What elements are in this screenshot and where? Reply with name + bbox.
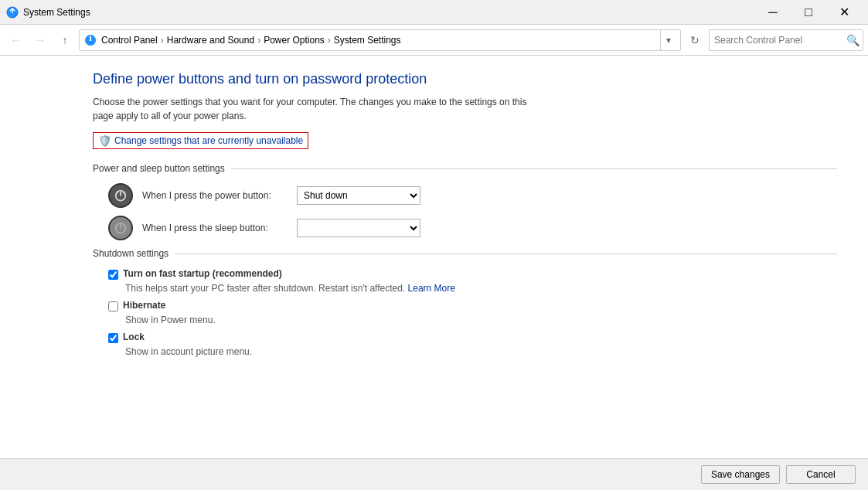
hibernate-checkbox[interactable] [108, 301, 118, 311]
fast-startup-desc: This helps start your PC faster after sh… [125, 283, 837, 294]
learn-more-link[interactable]: Learn More [408, 283, 455, 294]
title-bar: System Settings ─ □ ✕ [0, 0, 868, 25]
search-input[interactable] [709, 29, 863, 51]
power-button-row: When I press the power button: Shut down… [108, 183, 837, 208]
search-button[interactable]: 🔍 [843, 31, 862, 49]
refresh-button[interactable]: ↻ [684, 29, 706, 51]
breadcrumb-current: System Settings [334, 35, 401, 46]
window-controls: ─ □ ✕ [755, 0, 862, 25]
close-button[interactable]: ✕ [826, 0, 862, 25]
cancel-button[interactable]: Cancel [786, 465, 856, 484]
app-icon [6, 6, 19, 19]
shutdown-section: Shutdown settings Turn on fast startup (… [93, 248, 837, 357]
sleep-button-label: When I press the sleep button: [142, 223, 297, 233]
power-button-label: When I press the power button: [142, 190, 297, 201]
lock-row: Lock [108, 332, 837, 343]
power-button-select[interactable]: Shut down Do nothing Sleep Hibernate Tur… [297, 186, 420, 205]
shield-icon: 🛡️ [98, 134, 111, 147]
search-wrapper: 🔍 [709, 29, 863, 51]
save-changes-button[interactable]: Save changes [701, 465, 780, 484]
shutdown-divider-line [175, 254, 837, 254]
page-title: Define power buttons and turn on passwor… [93, 71, 837, 87]
back-button[interactable]: ← [5, 29, 26, 51]
breadcrumb: Control Panel › Hardware and Sound › Pow… [79, 29, 681, 51]
power-button-icon [108, 183, 133, 208]
breadcrumb-control-panel[interactable]: Control Panel [101, 35, 158, 46]
breadcrumb-power-options[interactable]: Power Options [264, 35, 325, 46]
sleep-button-select[interactable]: Do nothing Sleep Hibernate Shut down [297, 219, 420, 237]
main-content: Define power buttons and turn on passwor… [0, 56, 868, 458]
page-description: Choose the power settings that you want … [93, 95, 541, 123]
shutdown-section-header: Shutdown settings [93, 248, 837, 259]
hibernate-row: Hibernate [108, 300, 837, 311]
section-divider-line [231, 168, 837, 169]
lock-checkbox[interactable] [108, 333, 118, 343]
breadcrumb-dropdown[interactable]: ▾ [660, 30, 676, 50]
hibernate-label[interactable]: Hibernate [123, 300, 165, 311]
breadcrumb-hardware-sound[interactable]: Hardware and Sound [167, 35, 254, 46]
fast-startup-checkbox[interactable] [108, 270, 118, 280]
window-title: System Settings [23, 7, 755, 18]
fast-startup-label[interactable]: Turn on fast startup (recommended) [123, 268, 282, 279]
forward-button[interactable]: → [29, 29, 51, 51]
power-sleep-section-header: Power and sleep button settings [93, 163, 837, 174]
page-wrapper: Define power buttons and turn on passwor… [0, 56, 868, 490]
up-button[interactable]: ↑ [54, 29, 76, 51]
footer: Save changes Cancel [0, 458, 868, 490]
change-settings-text: Change settings that are currently unava… [114, 135, 303, 146]
folder-icon [84, 34, 97, 46]
maximize-button[interactable]: □ [791, 0, 826, 25]
fast-startup-row: Turn on fast startup (recommended) [108, 268, 837, 280]
lock-desc: Show in account picture menu. [125, 346, 837, 357]
sleep-button-row: When I press the sleep button: Do nothin… [108, 216, 837, 240]
sleep-button-icon [108, 216, 133, 240]
address-bar: ← → ↑ Control Panel › Hardware and Sound… [0, 25, 868, 56]
change-settings-link[interactable]: 🛡️ Change settings that are currently un… [93, 132, 308, 149]
lock-label[interactable]: Lock [123, 332, 145, 342]
minimize-button[interactable]: ─ [755, 0, 791, 25]
hibernate-desc: Show in Power menu. [125, 315, 837, 325]
